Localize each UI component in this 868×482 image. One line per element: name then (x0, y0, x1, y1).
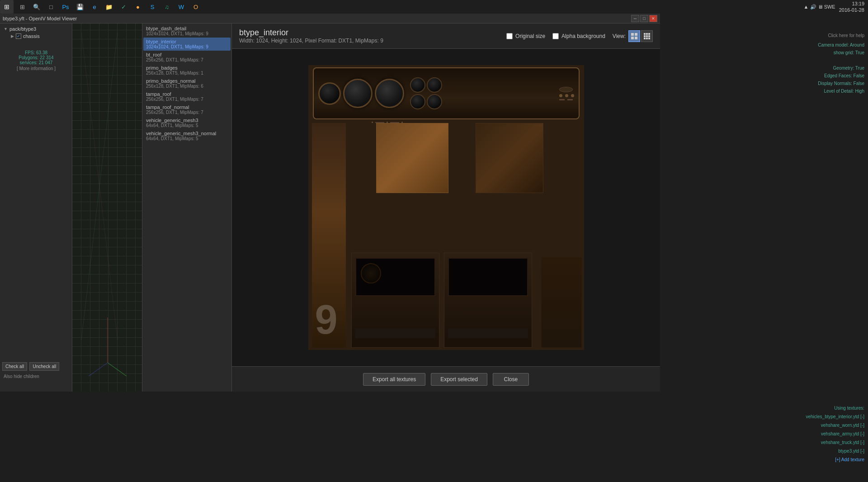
original-size-control[interactable]: Original size (506, 33, 545, 39)
indicator-dots (559, 94, 574, 97)
viewport-grid (72, 24, 142, 392)
knob-1 (559, 87, 573, 92)
texture-item-3[interactable]: primo_badges 256x128, DXT5, MipMaps: 1 (143, 64, 231, 77)
start-button[interactable]: ⊞ (0, 0, 14, 14)
svg-rect-5 (631, 33, 634, 36)
tree-chassis-label: chassis (23, 33, 40, 39)
texture-item-1[interactable]: btype_interior 1024x1024, DXT1, MipMaps:… (143, 38, 231, 51)
3d-viewport[interactable] (72, 24, 142, 392)
svg-rect-10 (646, 33, 648, 35)
svg-rect-14 (648, 35, 650, 37)
taskbar-right: ▲ 🔊 🖥 SWE 13:19 2016-01-28 (804, 0, 868, 14)
texture-info-7: 64x64, DXT1, MipMaps: 5 (146, 123, 228, 128)
texture-view-title: btype_interior (239, 28, 383, 38)
fps-label: FPS: 63.38 (2, 50, 71, 55)
tree-expand-icon: ▶ (11, 34, 14, 38)
texture-info-2: 256x256, DXT1, MipMaps: 7 (146, 57, 228, 62)
taskbar-icon-3[interactable]: □ (44, 0, 58, 14)
taskbar: ⊞ ⊞ 🔍 □ Ps 💾 e 📁 ✓ ● S ♫ W O ▲ 🔊 🖥 SWE 1… (0, 0, 868, 14)
svg-rect-15 (644, 38, 646, 39)
export-selected-button[interactable]: Export selected (431, 373, 487, 386)
gauge-row-top (410, 77, 442, 93)
texture-info-3: 256x128, DXT5, MipMaps: 1 (146, 71, 228, 76)
texture-ref-3: vehshare_army.ytd [-] (806, 430, 864, 438)
taskbar-icon-2[interactable]: 🔍 (30, 0, 43, 14)
texture-item-7[interactable]: vehicle_generic_mesh3 64x64, DXT1, MipMa… (143, 116, 231, 129)
taskbar-icon-ie[interactable]: e (88, 0, 101, 14)
texture-info-8: 64x64, DXT1, MipMaps: 5 (146, 136, 228, 141)
texture-canvas: 9 (308, 65, 584, 350)
texture-list-panel: btype_dash_detail 1024x1024, DXT1, MipMa… (142, 24, 232, 392)
dash-2 (567, 99, 573, 100)
svg-rect-9 (644, 33, 646, 35)
texture-item-0[interactable]: btype_dash_detail 1024x1024, DXT1, MipMa… (143, 24, 231, 38)
gauge-sm-2 (427, 77, 442, 93)
app-titlebar: btype3.yft - OpenIV Model Viewer ─ □ ✕ (0, 14, 660, 24)
tree-item-chassis[interactable]: ▶ ✓ chassis (2, 33, 70, 40)
tree-item-root[interactable]: ▼ pack/btype3 (2, 25, 70, 33)
check-all-button[interactable]: Check all (2, 362, 27, 371)
original-size-checkbox[interactable] (506, 33, 513, 39)
texture-name-3: primo_badges (146, 65, 228, 71)
lod-info: Level of Detail: High (818, 87, 864, 95)
close-window-button[interactable]: ✕ (649, 15, 657, 22)
view-controls: View: (613, 30, 653, 42)
texture-item-5[interactable]: tampa_roof 256x256, DXT1, MipMaps: 7 (143, 90, 231, 103)
tile-view-icon (643, 33, 651, 40)
taskbar-icon-chrome[interactable]: ● (131, 0, 145, 14)
texture-ref-5: btype3.ytd [-] (806, 447, 864, 455)
texture-name-4: primo_badges_normal (146, 78, 228, 84)
taskbar-icon-openiv[interactable]: O (189, 0, 203, 14)
texture-item-6[interactable]: tampa_roof_normal 256x256, DXT1, MipMaps… (143, 103, 231, 116)
polygons-label: Polygons: 22 314 (2, 55, 71, 60)
export-all-button[interactable]: Export all textures (363, 373, 425, 386)
taskbar-icon-green[interactable]: ✓ (117, 0, 130, 14)
taskbar-icon-word[interactable]: W (175, 0, 188, 14)
outer-area: Click here for help Camera model: Around… (0, 14, 868, 482)
clock: 13:19 2016-01-28 (839, 0, 864, 14)
texture-info-4: 256x128, DXT1, MipMaps: 6 (146, 84, 228, 89)
hide-children-text: Also hide children (2, 373, 71, 380)
taskbar-icon-photoshop[interactable]: Ps (59, 0, 72, 14)
sidebar-bottom: Check all Uncheck all Also hide children (0, 360, 72, 382)
grid-info: show grid: True (818, 49, 864, 57)
texture-name-6: tampa_roof_normal (146, 104, 228, 110)
grid-view-icon (631, 33, 638, 40)
svg-rect-17 (648, 38, 650, 39)
taskbar-icon-folder[interactable]: 📁 (102, 0, 116, 14)
texture-image-area: 9 (232, 49, 660, 366)
svg-rect-11 (648, 33, 650, 35)
clock-date: 2016-01-28 (839, 7, 864, 13)
alpha-background-control[interactable]: Alpha background (552, 33, 605, 39)
original-size-label: Original size (515, 33, 545, 39)
texture-item-8[interactable]: vehicle_generic_mesh3_normal 64x64, DXT1… (143, 129, 231, 142)
maximize-button[interactable]: □ (640, 15, 648, 22)
texture-name-0: btype_dash_detail (146, 26, 228, 31)
texture-ref-1: vehicles_btype_interior.ytd [-] (806, 412, 864, 421)
more-info-link[interactable]: [ More information ] (2, 66, 71, 71)
dot-3 (571, 94, 574, 97)
alpha-background-label: Alpha background (561, 33, 605, 39)
right-debug-panel: Click here for help Camera model: Around… (818, 32, 864, 95)
chassis-checkbox[interactable]: ✓ (16, 33, 21, 39)
minimize-button[interactable]: ─ (631, 15, 639, 22)
taskbar-icon-skype[interactable]: S (146, 0, 159, 14)
taskbar-icon-1[interactable]: ⊞ (15, 0, 29, 14)
texture-item-4[interactable]: primo_badges_normal 256x128, DXT1, MipMa… (143, 77, 231, 90)
mipmap-number: 9 (315, 297, 338, 343)
texture-info-6: 256x256, DXT1, MipMaps: 7 (146, 110, 228, 115)
uncheck-all-button[interactable]: Uncheck all (29, 362, 59, 371)
taskbar-icon-save[interactable]: 💾 (73, 0, 87, 14)
taskbar-icon-music[interactable]: ♫ (160, 0, 174, 14)
view-mode-1-button[interactable] (628, 30, 640, 42)
main-dialog: btype3.yft - OpenIV Model Viewer ─ □ ✕ ▼… (0, 14, 660, 392)
texture-item-2[interactable]: bt_roof 256x256, DXT1, MipMaps: 7 (143, 51, 231, 64)
add-texture-link[interactable]: [+] Add texture (806, 455, 864, 464)
close-button[interactable]: Close (493, 373, 529, 386)
normals-info: Display Normals: False (818, 80, 864, 87)
alpha-background-checkbox[interactable] (552, 33, 559, 39)
right-controls-panel (559, 87, 574, 100)
view-mode-2-button[interactable] (641, 30, 653, 42)
texture-name-5: tampa_roof (146, 91, 228, 97)
tree-arrow-icon: ▼ (4, 27, 8, 31)
